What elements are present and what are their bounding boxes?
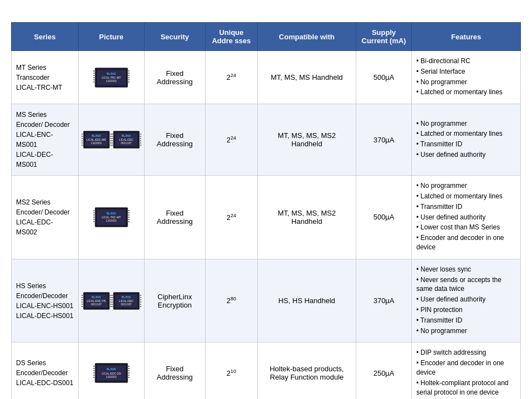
features-list: Never loses syncNever sends or accepts t… [412, 259, 521, 342]
features-list: DIP switch addressingEncoder and decoder… [412, 342, 521, 399]
feature-item: Transmitter ID [416, 202, 516, 212]
supply-current: 370µA [356, 104, 412, 176]
col-header-supply: Supply Current (mA) [356, 23, 412, 51]
product-picture: 8LINXLICAL-TRC-MT1102001 [78, 51, 144, 104]
security-type: Fixed Addressing [144, 176, 205, 259]
feature-item: Latched or momentary lines [416, 192, 516, 201]
security-type: Fixed Addressing [144, 342, 205, 399]
compatible-with: HS, HS Handheld [258, 259, 356, 342]
features-list: No programmerLatched or momentary linesT… [412, 104, 521, 176]
feature-item: No programmer [416, 326, 516, 336]
unique-addresses: 224 [205, 51, 257, 104]
table-row: MS SeriesEncoder/ DecoderLICAL-ENC-MS001… [12, 104, 521, 176]
table-row: DS SeriesEncoder/DecoderLICAL-EDC-DS0018… [12, 342, 521, 399]
product-picture: 8LINXLICAL-TRC-MT1102001 [78, 176, 144, 259]
feature-item: No programmer [416, 78, 516, 87]
selector-table: Series Picture Security Unique Addre sse… [11, 22, 521, 399]
feature-item: User defined authority [416, 213, 516, 222]
table-row: HS SeriesEncoder/DecoderLICAL-ENC-HS001L… [12, 259, 521, 342]
product-picture: 8LINXLICAL-EDC-MS11020018LINXLICAL-DEC00… [78, 104, 144, 176]
series-name: MT SeriesTranscoderLICAL-TRC-MT [12, 51, 79, 104]
col-header-security: Security [144, 23, 205, 51]
unique-addresses: 224 [205, 104, 257, 176]
supply-current: 500µA [356, 51, 412, 104]
security-type: Fixed Addressing [144, 51, 205, 104]
feature-item: Latched or momentary lines [416, 129, 516, 139]
unique-addresses: 210 [205, 342, 257, 399]
security-type: Fixed Addressing [144, 104, 205, 176]
feature-item: Encoder and decoder in one device [416, 359, 516, 377]
col-header-picture: Picture [78, 23, 144, 51]
supply-current: 370µA [356, 259, 412, 342]
table-row: MS2 SeriesEncoder/ DecoderLICAL-EDC-MS00… [12, 176, 521, 259]
supply-current: 500µA [356, 176, 412, 259]
series-name: DS SeriesEncoder/DecoderLICAL-EDC-DS001 [12, 342, 79, 399]
feature-item: Latched or momentary lines [416, 88, 516, 97]
chip-image: 8LINXLICAL-ENC-HS0011187 [83, 292, 110, 310]
compatible-with: Holtek-based products, Relay Function mo… [258, 342, 356, 399]
unique-addresses: 280 [205, 259, 257, 342]
feature-item: Encoder and decoder in one device [416, 233, 516, 252]
unique-addresses: 224 [205, 176, 257, 259]
compatible-with: MT, MS, MS, MS2 Handheld [258, 176, 356, 259]
col-header-series: Series [12, 23, 79, 51]
series-name: MS SeriesEncoder/ DecoderLICAL-ENC-MS001… [12, 104, 79, 176]
feature-item: Never sends or accepts the same data twi… [416, 275, 516, 294]
chip-image: 8LINXLICAL-EDC-DS1102001 [95, 363, 128, 383]
feature-item: Serial Interface [416, 67, 516, 76]
feature-item: Lower cost than MS Series [416, 223, 516, 232]
feature-item: Bi-directional RC [416, 57, 516, 66]
feature-item: Holtek-compliant protocol and serial pro… [416, 378, 516, 397]
supply-current: 250µA [356, 342, 412, 399]
feature-item: User defined authority [416, 150, 516, 160]
series-name: MS2 SeriesEncoder/ DecoderLICAL-EDC-MS00… [12, 176, 79, 259]
feature-item: Transmitter ID [416, 316, 516, 325]
feature-item: PIN protection [416, 305, 516, 315]
chip-image: 8LINXLICAL-TRC-MT1102001 [95, 68, 128, 88]
feature-item: DIP switch addressing [416, 348, 516, 357]
chip-image: 8LINXLICAL-TRC-MT1102001 [95, 207, 128, 227]
feature-item: Never loses sync [416, 265, 516, 274]
chip-image: 8LINXLICAL-DEC0011187 [113, 292, 140, 310]
product-picture: 8LINXLICAL-EDC-DS1102001 [78, 342, 144, 399]
feature-item: Transmitter ID [416, 140, 516, 149]
col-header-unique: Unique Addre sses [205, 23, 257, 51]
feature-item: No programmer [416, 119, 516, 129]
series-name: HS SeriesEncoder/DecoderLICAL-ENC-HS001L… [12, 259, 79, 342]
chip-image: 8LINXLICAL-EDC-MS1102001 [83, 131, 110, 149]
features-list: No programmerLatched or momentary linesT… [412, 176, 521, 259]
features-list: Bi-directional RCSerial InterfaceNo prog… [412, 51, 521, 104]
feature-item: No programmer [416, 181, 516, 191]
product-picture: 8LINXLICAL-ENC-HS00111878LINXLICAL-DEC00… [78, 259, 144, 342]
table-row: MT SeriesTranscoderLICAL-TRC-MT8LINXLICA… [12, 51, 521, 104]
compatible-with: MT, MS, MS Handheld [258, 51, 356, 104]
security-type: CipherLinx Encryption [144, 259, 205, 342]
col-header-compatible: Compatible with [258, 23, 356, 51]
feature-item: User defined authority [416, 295, 516, 304]
compatible-with: MT, MS, MS, MS2 Handheld [258, 104, 356, 176]
chip-image: 8LINXLICAL-DEC0011187 [113, 131, 140, 149]
col-header-features: Features [412, 23, 521, 51]
